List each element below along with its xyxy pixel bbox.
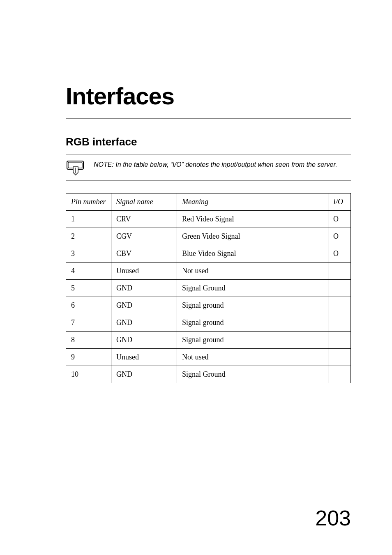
cell-signal: GND	[111, 366, 177, 383]
cell-signal: Unused	[111, 349, 177, 366]
cell-io: O	[328, 228, 351, 245]
cell-meaning: Red Video Signal	[177, 211, 328, 228]
table-row: 7 GND Signal ground	[66, 314, 351, 332]
cell-io	[328, 297, 351, 314]
table-row: 8 GND Signal ground	[66, 332, 351, 349]
note-block: NOTE: In the table below, “I/O” denotes …	[66, 154, 351, 181]
cell-pin: 1	[66, 211, 111, 228]
cell-pin: 3	[66, 245, 111, 263]
cell-io	[328, 366, 351, 383]
cell-signal: GND	[111, 280, 177, 297]
header-io: I/O	[328, 193, 351, 211]
cell-meaning: Signal Ground	[177, 366, 328, 383]
table-row: 6 GND Signal ground	[66, 297, 351, 314]
cell-signal: GND	[111, 297, 177, 314]
table-header-row: Pin number Signal name Meaning I/O	[66, 193, 351, 211]
header-meaning: Meaning	[177, 193, 328, 211]
cell-pin: 2	[66, 228, 111, 245]
title-rule	[66, 118, 351, 119]
cell-signal: Unused	[111, 263, 177, 280]
cell-meaning: Signal ground	[177, 314, 328, 332]
cell-meaning: Not used	[177, 263, 328, 280]
table-row: 3 CBV Blue Video Signal O	[66, 245, 351, 263]
table-row: 4 Unused Not used	[66, 263, 351, 280]
table-row: 10 GND Signal Ground	[66, 366, 351, 383]
cell-io	[328, 332, 351, 349]
cell-pin: 8	[66, 332, 111, 349]
cell-meaning: Not used	[177, 349, 328, 366]
page-number: 203	[315, 506, 351, 530]
header-signal: Signal name	[111, 193, 177, 211]
cell-meaning: Signal ground	[177, 297, 328, 314]
cell-io: O	[328, 245, 351, 263]
cell-meaning: Signal ground	[177, 332, 328, 349]
cell-io: O	[328, 211, 351, 228]
table-row: 9 Unused Not used	[66, 349, 351, 366]
cell-io	[328, 280, 351, 297]
pin-table: Pin number Signal name Meaning I/O 1 CRV…	[66, 193, 351, 383]
cell-meaning: Blue Video Signal	[177, 245, 328, 263]
cell-pin: 6	[66, 297, 111, 314]
cell-signal: CBV	[111, 245, 177, 263]
table-row: 2 CGV Green Video Signal O	[66, 228, 351, 245]
cell-signal: CRV	[111, 211, 177, 228]
cell-pin: 4	[66, 263, 111, 280]
header-pin: Pin number	[66, 193, 111, 211]
table-row: 5 GND Signal Ground	[66, 280, 351, 297]
cell-signal: GND	[111, 314, 177, 332]
table-row: 1 CRV Red Video Signal O	[66, 211, 351, 228]
cell-meaning: Green Video Signal	[177, 228, 328, 245]
cell-io	[328, 314, 351, 332]
cell-io	[328, 263, 351, 280]
cell-pin: 7	[66, 314, 111, 332]
cell-pin: 9	[66, 349, 111, 366]
cell-meaning: Signal Ground	[177, 280, 328, 297]
cell-io	[328, 349, 351, 366]
note-text: NOTE: In the table below, “I/O” denotes …	[94, 159, 337, 169]
cell-pin: 5	[66, 280, 111, 297]
cell-pin: 10	[66, 366, 111, 383]
table-body: 1 CRV Red Video Signal O 2 CGV Green Vid…	[66, 211, 351, 383]
cell-signal: GND	[111, 332, 177, 349]
cell-signal: CGV	[111, 228, 177, 245]
note-hand-icon	[66, 159, 85, 176]
page-title: Interfaces	[66, 82, 351, 110]
section-heading: RGB interface	[66, 136, 351, 148]
